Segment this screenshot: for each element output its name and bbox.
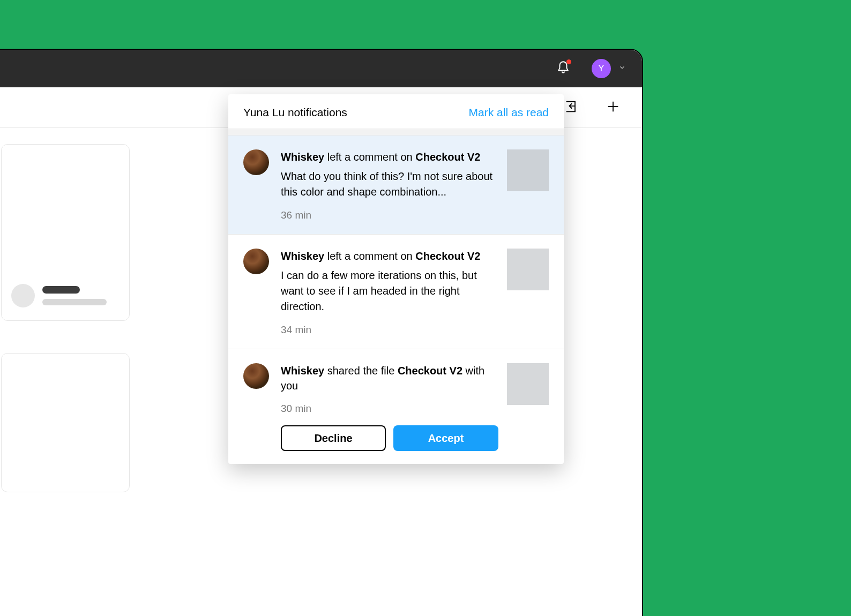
notification-body: What do you think of this? I'm not sure … <box>281 169 495 200</box>
file-card-preview <box>2 145 129 273</box>
avatar: Y <box>592 59 611 78</box>
notification-item[interactable]: Whiskey left a comment on Checkout V2 I … <box>228 235 564 349</box>
accept-button[interactable]: Accept <box>393 425 498 451</box>
notification-time: 36 min <box>281 209 495 221</box>
card-column-2 <box>1 144 130 492</box>
chevron-down-icon <box>618 64 626 73</box>
notification-item[interactable]: Whiskey shared the file Checkout V2 with… <box>228 349 564 464</box>
notification-content: Whiskey left a comment on Checkout V2 Wh… <box>281 149 495 221</box>
titlebar: Y <box>0 50 642 87</box>
popover-strip <box>228 129 564 136</box>
file-card[interactable] <box>1 353 130 492</box>
notification-item[interactable]: Whiskey left a comment on Checkout V2 Wh… <box>228 136 564 235</box>
file-card-meta <box>2 273 129 320</box>
placeholder-line <box>42 299 107 305</box>
notification-thumbnail <box>507 149 549 191</box>
notification-avatar <box>243 249 269 274</box>
notification-body: I can do a few more iterations on this, … <box>281 268 495 314</box>
popover-header: Yuna Lu notifications Mark all as read <box>228 94 564 129</box>
popover-title: Yuna Lu notifications <box>243 106 347 119</box>
notification-content: Whiskey left a comment on Checkout V2 I … <box>281 249 495 336</box>
notification-thumbnail <box>507 363 549 405</box>
placeholder-line <box>42 286 80 294</box>
notifications-popover: Yuna Lu notifications Mark all as read W… <box>228 94 564 464</box>
notification-dot-icon <box>566 59 571 64</box>
mark-all-as-read-button[interactable]: Mark all as read <box>469 106 549 119</box>
placeholder-avatar <box>11 284 35 307</box>
plus-icon <box>606 99 621 116</box>
import-icon <box>564 99 579 116</box>
notification-title: Whiskey left a comment on Checkout V2 <box>281 149 495 164</box>
notification-title: Whiskey shared the file Checkout V2 with… <box>281 363 495 393</box>
notification-content: Whiskey shared the file Checkout V2 with… <box>281 363 495 451</box>
notification-actions: Decline Accept <box>281 425 495 451</box>
file-card[interactable] <box>1 144 130 321</box>
account-menu[interactable]: Y <box>592 59 626 78</box>
notification-title: Whiskey left a comment on Checkout V2 <box>281 249 495 264</box>
notification-avatar <box>243 149 269 175</box>
notification-avatar <box>243 363 269 389</box>
new-button[interactable] <box>606 99 621 116</box>
notification-time: 34 min <box>281 324 495 336</box>
avatar-initial: Y <box>598 63 604 74</box>
notifications-bell[interactable] <box>556 61 570 77</box>
decline-button[interactable]: Decline <box>281 425 386 451</box>
import-button[interactable] <box>564 99 579 116</box>
notification-thumbnail <box>507 249 549 290</box>
notification-time: 30 min <box>281 403 495 415</box>
